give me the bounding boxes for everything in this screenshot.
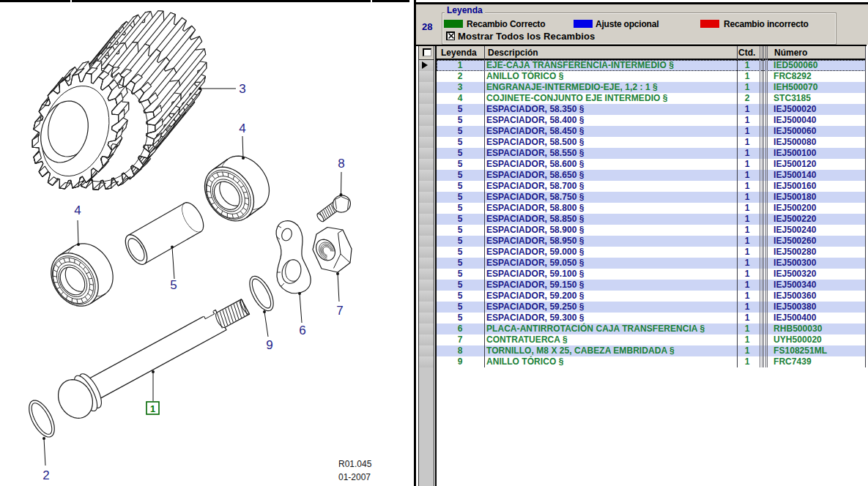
svg-text:7: 7 bbox=[336, 304, 343, 318]
svg-text:4: 4 bbox=[239, 122, 245, 135]
svg-text:4: 4 bbox=[74, 203, 81, 217]
svg-text:2: 2 bbox=[42, 468, 49, 482]
svg-text:3: 3 bbox=[239, 82, 245, 96]
svg-text:9: 9 bbox=[266, 338, 272, 352]
svg-text:8: 8 bbox=[338, 157, 344, 171]
svg-text:R01.045: R01.045 bbox=[338, 459, 372, 469]
svg-text:5: 5 bbox=[170, 278, 177, 292]
svg-text:6: 6 bbox=[299, 324, 305, 337]
svg-text:1: 1 bbox=[150, 403, 155, 414]
svg-text:01-2007: 01-2007 bbox=[338, 472, 371, 482]
